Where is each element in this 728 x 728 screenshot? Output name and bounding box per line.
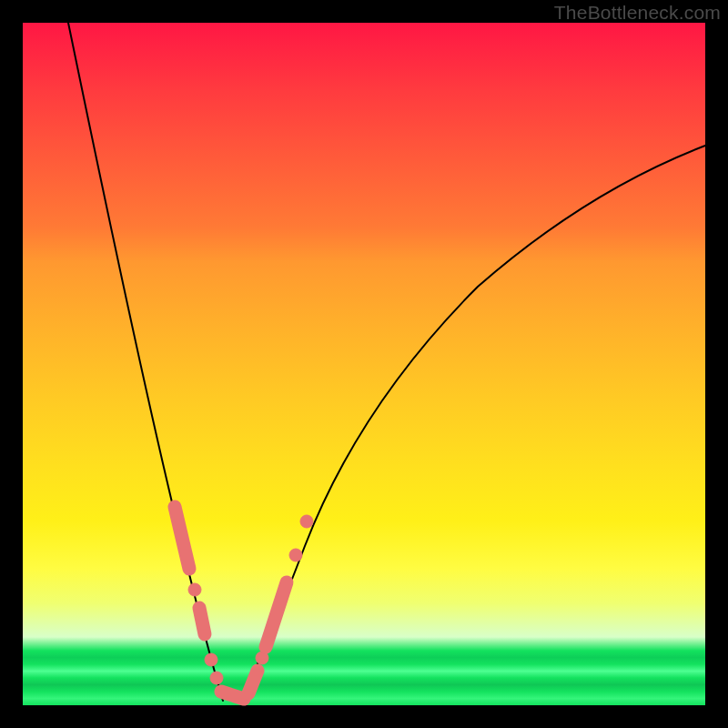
bead-dot (289, 549, 302, 561)
right-curve (241, 146, 705, 701)
bead-cluster (221, 692, 244, 699)
chart-frame: TheBottleneck.com (0, 0, 728, 728)
bead-dot (210, 672, 223, 684)
chart-svg (23, 23, 705, 705)
bead-cluster (175, 507, 189, 569)
bead-dot (300, 515, 313, 528)
bead-cluster (199, 608, 205, 634)
bead-cluster (266, 582, 287, 647)
left-curve (68, 23, 223, 701)
bead-cluster (248, 671, 258, 693)
bead-dot (188, 583, 201, 596)
bead-dot (205, 653, 217, 666)
watermark-label: TheBottleneck.com (554, 2, 721, 24)
